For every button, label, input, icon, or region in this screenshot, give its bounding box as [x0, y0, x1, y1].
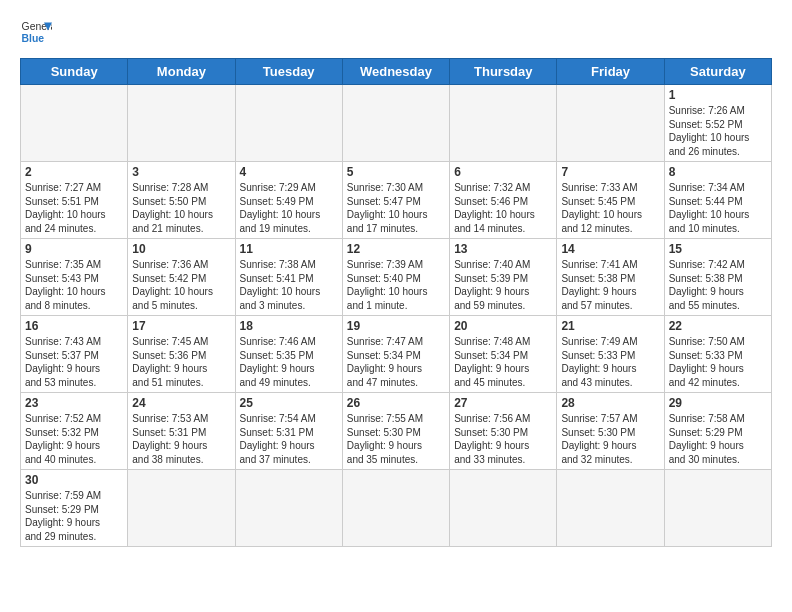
- day-info: Sunrise: 7:43 AM Sunset: 5:37 PM Dayligh…: [25, 335, 123, 389]
- calendar-cell: [342, 85, 449, 162]
- day-info: Sunrise: 7:38 AM Sunset: 5:41 PM Dayligh…: [240, 258, 338, 312]
- week-row-1: 2Sunrise: 7:27 AM Sunset: 5:51 PM Daylig…: [21, 162, 772, 239]
- calendar-cell: 20Sunrise: 7:48 AM Sunset: 5:34 PM Dayli…: [450, 316, 557, 393]
- day-info: Sunrise: 7:46 AM Sunset: 5:35 PM Dayligh…: [240, 335, 338, 389]
- calendar-cell: 6Sunrise: 7:32 AM Sunset: 5:46 PM Daylig…: [450, 162, 557, 239]
- calendar-cell: 1Sunrise: 7:26 AM Sunset: 5:52 PM Daylig…: [664, 85, 771, 162]
- calendar-cell: 3Sunrise: 7:28 AM Sunset: 5:50 PM Daylig…: [128, 162, 235, 239]
- calendar-cell: [235, 85, 342, 162]
- calendar-cell: 11Sunrise: 7:38 AM Sunset: 5:41 PM Dayli…: [235, 239, 342, 316]
- day-number: 4: [240, 165, 338, 179]
- calendar-cell: 10Sunrise: 7:36 AM Sunset: 5:42 PM Dayli…: [128, 239, 235, 316]
- calendar-cell: [557, 85, 664, 162]
- day-number: 19: [347, 319, 445, 333]
- svg-text:Blue: Blue: [22, 33, 45, 44]
- day-number: 6: [454, 165, 552, 179]
- page: General Blue SundayMondayTuesdayWednesda…: [0, 0, 792, 612]
- weekday-header-sunday: Sunday: [21, 59, 128, 85]
- day-number: 11: [240, 242, 338, 256]
- day-number: 7: [561, 165, 659, 179]
- calendar-cell: 29Sunrise: 7:58 AM Sunset: 5:29 PM Dayli…: [664, 393, 771, 470]
- calendar-cell: 4Sunrise: 7:29 AM Sunset: 5:49 PM Daylig…: [235, 162, 342, 239]
- day-info: Sunrise: 7:50 AM Sunset: 5:33 PM Dayligh…: [669, 335, 767, 389]
- calendar-cell: 26Sunrise: 7:55 AM Sunset: 5:30 PM Dayli…: [342, 393, 449, 470]
- logo: General Blue: [20, 16, 52, 48]
- weekday-header-monday: Monday: [128, 59, 235, 85]
- day-info: Sunrise: 7:52 AM Sunset: 5:32 PM Dayligh…: [25, 412, 123, 466]
- day-number: 23: [25, 396, 123, 410]
- day-number: 18: [240, 319, 338, 333]
- week-row-4: 23Sunrise: 7:52 AM Sunset: 5:32 PM Dayli…: [21, 393, 772, 470]
- calendar-cell: 14Sunrise: 7:41 AM Sunset: 5:38 PM Dayli…: [557, 239, 664, 316]
- day-info: Sunrise: 7:48 AM Sunset: 5:34 PM Dayligh…: [454, 335, 552, 389]
- calendar-cell: [128, 470, 235, 547]
- weekday-header-saturday: Saturday: [664, 59, 771, 85]
- calendar-cell: [557, 470, 664, 547]
- calendar-cell: [235, 470, 342, 547]
- calendar-cell: [342, 470, 449, 547]
- weekday-header-thursday: Thursday: [450, 59, 557, 85]
- calendar-cell: 2Sunrise: 7:27 AM Sunset: 5:51 PM Daylig…: [21, 162, 128, 239]
- day-info: Sunrise: 7:29 AM Sunset: 5:49 PM Dayligh…: [240, 181, 338, 235]
- calendar-cell: 30Sunrise: 7:59 AM Sunset: 5:29 PM Dayli…: [21, 470, 128, 547]
- day-number: 29: [669, 396, 767, 410]
- day-number: 22: [669, 319, 767, 333]
- day-number: 8: [669, 165, 767, 179]
- day-info: Sunrise: 7:27 AM Sunset: 5:51 PM Dayligh…: [25, 181, 123, 235]
- day-info: Sunrise: 7:36 AM Sunset: 5:42 PM Dayligh…: [132, 258, 230, 312]
- calendar-cell: 8Sunrise: 7:34 AM Sunset: 5:44 PM Daylig…: [664, 162, 771, 239]
- calendar-cell: [664, 470, 771, 547]
- day-number: 25: [240, 396, 338, 410]
- day-number: 15: [669, 242, 767, 256]
- day-info: Sunrise: 7:56 AM Sunset: 5:30 PM Dayligh…: [454, 412, 552, 466]
- day-number: 28: [561, 396, 659, 410]
- calendar-cell: 27Sunrise: 7:56 AM Sunset: 5:30 PM Dayli…: [450, 393, 557, 470]
- day-number: 27: [454, 396, 552, 410]
- weekday-header-wednesday: Wednesday: [342, 59, 449, 85]
- day-number: 30: [25, 473, 123, 487]
- day-info: Sunrise: 7:55 AM Sunset: 5:30 PM Dayligh…: [347, 412, 445, 466]
- day-info: Sunrise: 7:49 AM Sunset: 5:33 PM Dayligh…: [561, 335, 659, 389]
- day-info: Sunrise: 7:54 AM Sunset: 5:31 PM Dayligh…: [240, 412, 338, 466]
- day-number: 20: [454, 319, 552, 333]
- generalblue-logo-icon: General Blue: [20, 16, 52, 48]
- week-row-5: 30Sunrise: 7:59 AM Sunset: 5:29 PM Dayli…: [21, 470, 772, 547]
- calendar-cell: [128, 85, 235, 162]
- calendar-cell: 9Sunrise: 7:35 AM Sunset: 5:43 PM Daylig…: [21, 239, 128, 316]
- day-info: Sunrise: 7:28 AM Sunset: 5:50 PM Dayligh…: [132, 181, 230, 235]
- day-number: 1: [669, 88, 767, 102]
- day-info: Sunrise: 7:39 AM Sunset: 5:40 PM Dayligh…: [347, 258, 445, 312]
- day-info: Sunrise: 7:30 AM Sunset: 5:47 PM Dayligh…: [347, 181, 445, 235]
- day-info: Sunrise: 7:41 AM Sunset: 5:38 PM Dayligh…: [561, 258, 659, 312]
- day-info: Sunrise: 7:59 AM Sunset: 5:29 PM Dayligh…: [25, 489, 123, 543]
- day-number: 16: [25, 319, 123, 333]
- day-info: Sunrise: 7:35 AM Sunset: 5:43 PM Dayligh…: [25, 258, 123, 312]
- day-number: 17: [132, 319, 230, 333]
- calendar-cell: 25Sunrise: 7:54 AM Sunset: 5:31 PM Dayli…: [235, 393, 342, 470]
- day-info: Sunrise: 7:57 AM Sunset: 5:30 PM Dayligh…: [561, 412, 659, 466]
- day-info: Sunrise: 7:42 AM Sunset: 5:38 PM Dayligh…: [669, 258, 767, 312]
- header: General Blue: [20, 16, 772, 48]
- calendar-cell: 13Sunrise: 7:40 AM Sunset: 5:39 PM Dayli…: [450, 239, 557, 316]
- calendar-table: SundayMondayTuesdayWednesdayThursdayFrid…: [20, 58, 772, 547]
- calendar-cell: 12Sunrise: 7:39 AM Sunset: 5:40 PM Dayli…: [342, 239, 449, 316]
- day-number: 12: [347, 242, 445, 256]
- calendar-cell: 5Sunrise: 7:30 AM Sunset: 5:47 PM Daylig…: [342, 162, 449, 239]
- day-number: 14: [561, 242, 659, 256]
- calendar-cell: [21, 85, 128, 162]
- day-info: Sunrise: 7:45 AM Sunset: 5:36 PM Dayligh…: [132, 335, 230, 389]
- day-info: Sunrise: 7:40 AM Sunset: 5:39 PM Dayligh…: [454, 258, 552, 312]
- calendar-cell: 19Sunrise: 7:47 AM Sunset: 5:34 PM Dayli…: [342, 316, 449, 393]
- calendar-cell: 18Sunrise: 7:46 AM Sunset: 5:35 PM Dayli…: [235, 316, 342, 393]
- day-number: 13: [454, 242, 552, 256]
- calendar-cell: 16Sunrise: 7:43 AM Sunset: 5:37 PM Dayli…: [21, 316, 128, 393]
- day-number: 9: [25, 242, 123, 256]
- day-info: Sunrise: 7:47 AM Sunset: 5:34 PM Dayligh…: [347, 335, 445, 389]
- calendar-cell: [450, 85, 557, 162]
- day-number: 24: [132, 396, 230, 410]
- week-row-2: 9Sunrise: 7:35 AM Sunset: 5:43 PM Daylig…: [21, 239, 772, 316]
- calendar-cell: [450, 470, 557, 547]
- calendar-cell: 17Sunrise: 7:45 AM Sunset: 5:36 PM Dayli…: [128, 316, 235, 393]
- week-row-0: 1Sunrise: 7:26 AM Sunset: 5:52 PM Daylig…: [21, 85, 772, 162]
- day-number: 10: [132, 242, 230, 256]
